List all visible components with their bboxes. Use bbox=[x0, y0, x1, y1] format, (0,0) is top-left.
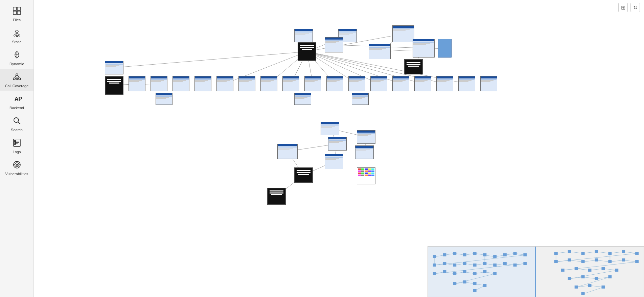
node-n5[interactable] bbox=[369, 44, 391, 59]
dynamic-icon bbox=[12, 50, 22, 61]
node-r9[interactable] bbox=[304, 76, 321, 91]
node-n7[interactable] bbox=[438, 39, 452, 58]
sidebar-item-vulnerabilities-label: Vulnerabilities bbox=[5, 172, 28, 176]
node-c_color[interactable] bbox=[357, 167, 375, 184]
sidebar-item-search[interactable]: Search bbox=[0, 113, 33, 135]
node-c_black[interactable] bbox=[294, 167, 313, 183]
node-r17[interactable] bbox=[480, 76, 497, 91]
node-r16[interactable] bbox=[458, 76, 475, 91]
node-r6[interactable] bbox=[238, 76, 255, 91]
svg-text:API: API bbox=[15, 96, 22, 102]
node-b1[interactable] bbox=[156, 93, 172, 105]
node-c3[interactable] bbox=[328, 137, 347, 151]
node-r8[interactable] bbox=[282, 76, 299, 91]
sidebar-item-search-label: Search bbox=[11, 128, 23, 132]
files-icon bbox=[12, 6, 22, 17]
node-n_left2[interactable] bbox=[105, 76, 123, 95]
svg-rect-0 bbox=[13, 7, 17, 10]
refresh-button[interactable]: ↻ bbox=[630, 3, 640, 12]
svg-line-6 bbox=[17, 33, 19, 35]
node-r5[interactable] bbox=[216, 76, 233, 91]
node-r2[interactable] bbox=[151, 76, 167, 91]
backend-icon: API bbox=[12, 94, 22, 105]
node-b3[interactable] bbox=[352, 93, 369, 105]
node-r1[interactable] bbox=[129, 76, 145, 91]
sidebar-item-files-label: Files bbox=[13, 18, 21, 22]
sidebar-item-static-label: Static bbox=[12, 40, 22, 44]
sidebar-item-backend-label: Backend bbox=[9, 106, 24, 110]
logs-icon bbox=[12, 138, 22, 149]
node-c2[interactable] bbox=[357, 130, 375, 144]
svg-point-4 bbox=[16, 30, 18, 33]
node-c1[interactable] bbox=[321, 122, 339, 135]
node-n4[interactable] bbox=[325, 37, 343, 52]
minimap bbox=[428, 246, 644, 297]
sidebar: Files Static Dynamic bbox=[0, 0, 34, 297]
minimap-right bbox=[536, 247, 644, 297]
node-r12[interactable] bbox=[370, 76, 387, 91]
node-r3[interactable] bbox=[172, 76, 189, 91]
node-r4[interactable] bbox=[194, 76, 211, 91]
node-c5[interactable] bbox=[325, 154, 343, 169]
sidebar-item-call-coverage-label: Call Coverage bbox=[5, 84, 29, 88]
minimap-left bbox=[428, 247, 536, 297]
node-r13[interactable] bbox=[392, 76, 409, 91]
node-n1[interactable] bbox=[294, 29, 313, 42]
svg-point-15 bbox=[19, 78, 21, 80]
node-c_bottom_black[interactable] bbox=[267, 188, 286, 205]
call-coverage-icon bbox=[12, 72, 22, 83]
toolbar: ⊞ ↻ bbox=[618, 3, 640, 12]
node-b2[interactable] bbox=[294, 93, 311, 105]
sidebar-item-files[interactable]: Files bbox=[0, 3, 33, 25]
svg-point-21 bbox=[14, 118, 19, 122]
node-r14[interactable] bbox=[414, 76, 431, 91]
sidebar-item-logs-label: Logs bbox=[13, 150, 21, 154]
static-icon bbox=[12, 28, 22, 39]
svg-line-5 bbox=[15, 33, 17, 35]
svg-rect-1 bbox=[17, 7, 21, 10]
fit-view-button[interactable]: ⊞ bbox=[618, 3, 628, 12]
svg-point-8 bbox=[14, 35, 15, 36]
node-c6[interactable] bbox=[355, 145, 374, 159]
node-c4[interactable] bbox=[277, 144, 298, 159]
node-n3[interactable] bbox=[392, 25, 414, 42]
svg-rect-2 bbox=[13, 11, 17, 15]
node-r15[interactable] bbox=[436, 76, 453, 91]
node-n_center[interactable] bbox=[298, 42, 316, 61]
node-n8[interactable] bbox=[404, 59, 423, 74]
sidebar-item-call-coverage[interactable]: Call Coverage bbox=[0, 69, 33, 91]
sidebar-item-dynamic-label: Dynamic bbox=[9, 62, 24, 66]
node-r7[interactable] bbox=[260, 76, 277, 91]
svg-point-14 bbox=[13, 78, 15, 80]
svg-point-31 bbox=[15, 163, 19, 167]
svg-point-32 bbox=[16, 164, 18, 165]
svg-rect-3 bbox=[17, 11, 21, 15]
node-n_left[interactable] bbox=[105, 61, 123, 74]
vulnerabilities-icon bbox=[12, 160, 22, 171]
node-r10[interactable] bbox=[326, 76, 343, 91]
sidebar-item-vulnerabilities[interactable]: Vulnerabilities bbox=[0, 157, 33, 179]
sidebar-item-dynamic[interactable]: Dynamic bbox=[0, 47, 33, 69]
sidebar-item-backend[interactable]: API Backend bbox=[0, 91, 33, 113]
main-content: ⊞ ↻ bbox=[34, 0, 644, 297]
node-r11[interactable] bbox=[348, 76, 365, 91]
svg-point-13 bbox=[16, 74, 18, 76]
svg-line-22 bbox=[18, 122, 20, 124]
search-icon bbox=[12, 116, 22, 127]
svg-line-17 bbox=[18, 75, 19, 78]
node-n6[interactable] bbox=[413, 39, 435, 58]
sidebar-item-logs[interactable]: Logs bbox=[0, 135, 33, 157]
edge-n_left-n_center bbox=[114, 52, 307, 68]
sidebar-item-static[interactable]: Static bbox=[0, 25, 33, 47]
svg-point-9 bbox=[19, 35, 20, 36]
svg-line-16 bbox=[15, 75, 16, 78]
